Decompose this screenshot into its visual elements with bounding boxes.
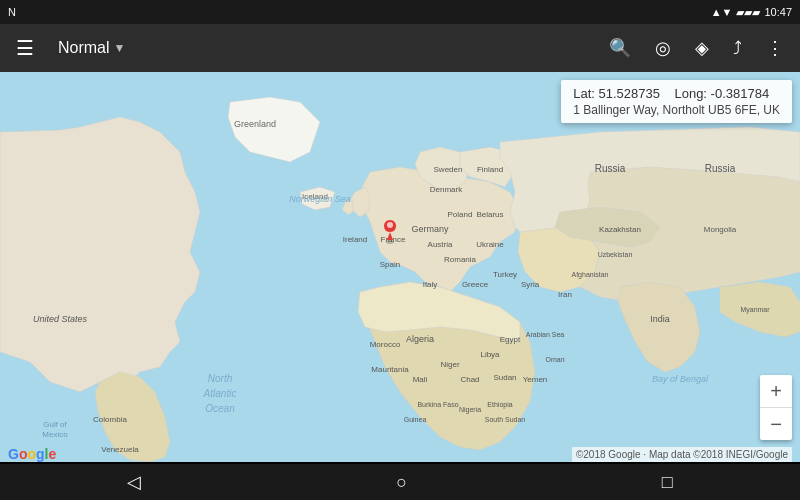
svg-text:Arabian Sea: Arabian Sea <box>526 331 565 338</box>
back-button[interactable]: ◁ <box>107 465 161 499</box>
svg-text:Greece: Greece <box>462 280 489 289</box>
svg-text:Poland: Poland <box>448 210 473 219</box>
svg-text:Ethiopia: Ethiopia <box>487 401 512 409</box>
menu-button[interactable]: ☰ <box>8 32 42 64</box>
address-display: 1 Ballinger Way, Northolt UB5 6FE, UK <box>573 103 780 117</box>
map-svg: Gulf of Mexico United States Greenland I… <box>0 72 800 462</box>
status-bar: N ▲▼ ▰▰▰ 10:47 <box>0 0 800 24</box>
svg-text:Atlantic: Atlantic <box>203 388 237 399</box>
coordinates-display: Lat: 51.528735 Long: -0.381784 <box>573 86 780 101</box>
long-value: -0.381784 <box>711 86 770 101</box>
svg-text:Syria: Syria <box>521 280 540 289</box>
svg-text:Libya: Libya <box>480 350 500 359</box>
bottom-nav-bar: ◁ ○ □ <box>0 464 800 500</box>
svg-text:South Sudan: South Sudan <box>485 416 526 423</box>
logo-g2: g <box>36 446 45 462</box>
n-icon: N <box>8 6 16 18</box>
status-left: N <box>8 6 16 18</box>
svg-text:Iran: Iran <box>558 290 572 299</box>
svg-text:Mauritania: Mauritania <box>371 365 409 374</box>
lat-label: Lat: <box>573 86 598 101</box>
svg-text:Guinea: Guinea <box>404 416 427 423</box>
svg-text:Spain: Spain <box>380 260 400 269</box>
signal-icon: ▲▼ <box>711 6 733 18</box>
svg-text:Algeria: Algeria <box>406 334 434 344</box>
svg-text:Chad: Chad <box>460 375 479 384</box>
home-button[interactable]: ○ <box>376 466 427 499</box>
svg-text:Burkina Faso: Burkina Faso <box>417 401 458 408</box>
search-button[interactable]: 🔍 <box>601 31 639 65</box>
svg-text:Nigeria: Nigeria <box>459 406 481 414</box>
svg-text:Kazakhstan: Kazakhstan <box>599 225 641 234</box>
time-display: 10:47 <box>764 6 792 18</box>
svg-text:Romania: Romania <box>444 255 477 264</box>
toolbar: ☰ Normal ▼ 🔍 ◎ ◈ ⤴ ⋮ <box>0 24 800 72</box>
svg-text:Norwegian Sea: Norwegian Sea <box>289 194 351 204</box>
map-type-selector[interactable]: Normal ▼ <box>50 35 133 61</box>
svg-text:Ukraine: Ukraine <box>476 240 504 249</box>
svg-text:Ireland: Ireland <box>343 235 367 244</box>
svg-text:Afghanistan: Afghanistan <box>572 271 609 279</box>
lat-value: 51.528735 <box>599 86 660 101</box>
svg-text:United States: United States <box>33 314 88 324</box>
svg-text:Venezuela: Venezuela <box>101 445 139 454</box>
info-box: Lat: 51.528735 Long: -0.381784 1 Balling… <box>561 80 792 123</box>
zoom-out-button[interactable]: − <box>760 408 792 440</box>
svg-text:Mali: Mali <box>413 375 428 384</box>
map-view[interactable]: Gulf of Mexico United States Greenland I… <box>0 72 800 462</box>
svg-text:Austria: Austria <box>428 240 453 249</box>
svg-text:Mongolia: Mongolia <box>704 225 737 234</box>
svg-text:Gulf of: Gulf of <box>43 420 67 429</box>
layers-button[interactable]: ◈ <box>687 31 717 65</box>
logo-g1: G <box>8 446 19 462</box>
svg-text:Uzbekistan: Uzbekistan <box>598 251 633 258</box>
svg-text:Oman: Oman <box>545 356 564 363</box>
zoom-in-button[interactable]: + <box>760 375 792 407</box>
my-location-button[interactable]: ◎ <box>647 31 679 65</box>
svg-text:Turkey: Turkey <box>493 270 517 279</box>
svg-text:Niger: Niger <box>440 360 459 369</box>
svg-text:Mexico: Mexico <box>42 430 68 439</box>
long-label: Long: <box>674 86 710 101</box>
battery-icon: ▰▰▰ <box>736 6 760 19</box>
zoom-controls: + − <box>760 375 792 440</box>
svg-point-59 <box>387 222 393 228</box>
more-button[interactable]: ⋮ <box>758 31 792 65</box>
svg-text:Greenland: Greenland <box>234 119 276 129</box>
svg-text:Sweden: Sweden <box>434 165 463 174</box>
svg-text:Belarus: Belarus <box>476 210 503 219</box>
dropdown-arrow-icon: ▼ <box>114 41 126 55</box>
svg-text:Ocean: Ocean <box>205 403 235 414</box>
svg-text:Russia: Russia <box>705 163 736 174</box>
svg-text:Colombia: Colombia <box>93 415 127 424</box>
svg-text:Yemen: Yemen <box>523 375 548 384</box>
google-logo: Google <box>8 446 56 462</box>
svg-text:Italy: Italy <box>423 280 438 289</box>
svg-text:Egypt: Egypt <box>500 335 521 344</box>
svg-text:Finland: Finland <box>477 165 503 174</box>
svg-text:Bay of Bengal: Bay of Bengal <box>652 374 709 384</box>
svg-text:India: India <box>650 314 670 324</box>
svg-text:Denmark: Denmark <box>430 185 463 194</box>
svg-point-58 <box>386 240 394 244</box>
status-right: ▲▼ ▰▰▰ 10:47 <box>711 6 792 19</box>
map-type-label: Normal <box>58 39 110 57</box>
svg-text:Sudan: Sudan <box>493 373 516 382</box>
logo-o2: o <box>27 446 36 462</box>
recents-button[interactable]: □ <box>642 466 693 499</box>
svg-text:North: North <box>208 373 233 384</box>
svg-text:Morocco: Morocco <box>370 340 401 349</box>
svg-text:Russia: Russia <box>595 163 626 174</box>
svg-text:Myanmar: Myanmar <box>740 306 770 314</box>
logo-e: e <box>48 446 56 462</box>
svg-text:Germany: Germany <box>411 224 449 234</box>
share-button[interactable]: ⤴ <box>725 32 750 65</box>
map-attribution: ©2018 Google · Map data ©2018 INEGI/Goog… <box>572 447 792 462</box>
